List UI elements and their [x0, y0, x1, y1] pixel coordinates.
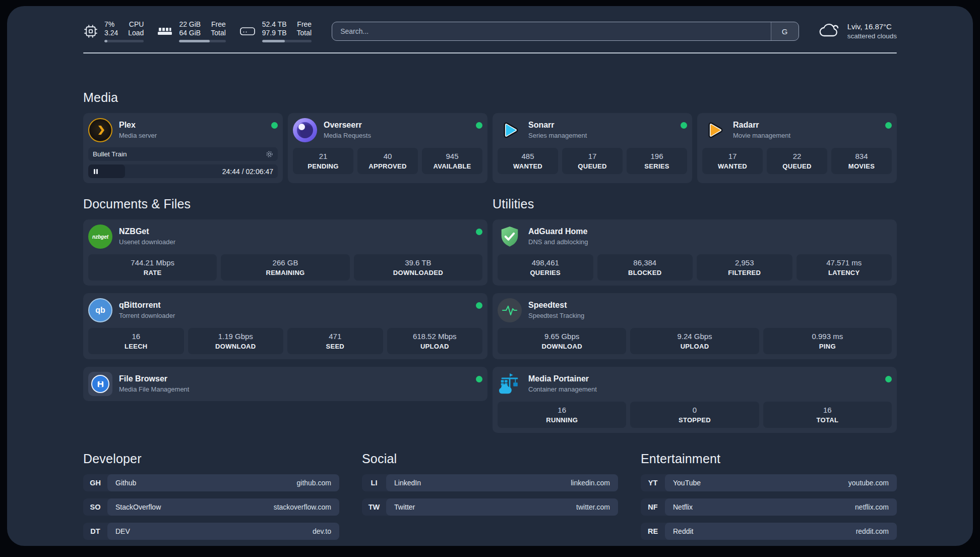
link-twitter[interactable]: TW Twittertwitter.com — [362, 498, 618, 516]
storage-progress-bar — [262, 40, 312, 42]
link-tag: YT — [641, 474, 665, 491]
stat-upload: 9.24 GbpsUPLOAD — [630, 328, 759, 354]
stat-stopped: 0STOPPED — [630, 402, 759, 428]
weather-location: Lviv, 16.87°C — [847, 22, 897, 32]
link-linkedin[interactable]: LI LinkedInlinkedin.com — [362, 474, 618, 491]
now-playing-row: Bullet Train — [88, 147, 278, 161]
nzbget-icon: nzbget — [88, 225, 112, 249]
link-youtube[interactable]: YT YouTubeyoutube.com — [641, 474, 897, 491]
link-reddit[interactable]: RE Redditreddit.com — [641, 523, 897, 540]
cpu-usage-label: CPU — [128, 20, 144, 29]
link-url: reddit.com — [856, 527, 889, 535]
sonarr-card[interactable]: Sonarr Series management 485WANTED 17QUE… — [493, 113, 692, 183]
link-name: Github — [115, 479, 136, 487]
search-bar: G — [332, 22, 799, 41]
status-dot — [885, 376, 892, 382]
adguard-card[interactable]: AdGuard Home DNS and adblocking 498,461Q… — [493, 219, 897, 286]
ram-icon — [157, 25, 173, 37]
portainer-card[interactable]: Media Portainer Container management 16R… — [493, 367, 897, 433]
stat-download: 9.65 GbpsDOWNLOAD — [498, 328, 626, 354]
now-playing-icon[interactable] — [266, 150, 273, 158]
app-desc: Usenet downloader — [119, 238, 175, 246]
app-desc: Media Requests — [324, 131, 371, 140]
stat-queued: 22QUEUED — [767, 148, 827, 174]
stat-series: 196SERIES — [627, 148, 687, 174]
cpu-load-value: 3.24 — [104, 29, 118, 37]
link-tag: NF — [641, 498, 665, 516]
memory-progress-bar — [179, 40, 225, 42]
link-stackoverflow[interactable]: SO StackOverflowstackoverflow.com — [83, 498, 339, 516]
section-title-social: Social — [362, 451, 618, 466]
memory-stat: 22 GiB Free 64 GiB Total — [157, 20, 225, 42]
speedtest-card[interactable]: Speedtest Speedtest Tracking 9.65 GbpsDO… — [493, 293, 897, 359]
stat-approved: 40APPROVED — [357, 148, 418, 174]
app-desc: Media File Management — [119, 385, 189, 394]
system-stats: 7% CPU 3.24 Load 22 GiB Fre — [83, 20, 312, 42]
stat-pending: 21PENDING — [293, 148, 353, 174]
link-url: stackoverflow.com — [274, 503, 331, 511]
filebrowser-card[interactable]: File Browser Media File Management — [83, 367, 487, 401]
plex-card[interactable]: Plex Media server Bullet Train 24:44 — [83, 113, 283, 183]
stat-queries: 498,461QUERIES — [498, 254, 593, 281]
link-url: twitter.com — [576, 503, 610, 511]
storage-total-label: Total — [297, 29, 312, 37]
link-name: StackOverflow — [115, 503, 161, 511]
playback-time: 24:44 / 02:06:47 — [222, 168, 273, 176]
filebrowser-icon — [88, 372, 112, 396]
stat-leech: 16LEECH — [88, 328, 184, 354]
cpu-load-label: Load — [128, 29, 144, 37]
link-tag: GH — [83, 474, 107, 491]
cpu-progress-bar — [104, 40, 144, 42]
now-playing-title: Bullet Train — [93, 150, 127, 158]
link-tag: RE — [641, 523, 665, 540]
playback-progress: 24:44 / 02:06:47 — [88, 164, 278, 178]
speedtest-icon — [498, 298, 522, 322]
stat-wanted: 485WANTED — [498, 148, 558, 174]
pause-icon — [93, 169, 99, 175]
sonarr-icon — [498, 118, 522, 142]
app-desc: Container management — [528, 385, 597, 394]
app-name: Media Portainer — [528, 374, 597, 384]
stat-download: 1.19 GbpsDOWNLOAD — [188, 328, 284, 354]
stat-available: 945AVAILABLE — [422, 148, 482, 174]
qbittorrent-card[interactable]: qb qBittorrent Torrent downloader 16LEEC… — [83, 293, 487, 359]
link-tag: TW — [362, 498, 386, 516]
app-name: Plex — [119, 120, 157, 130]
storage-total-value: 97.9 TB — [262, 29, 287, 37]
link-name: Reddit — [673, 527, 693, 535]
nzbget-card[interactable]: nzbget NZBGet Usenet downloader 744.21 M… — [83, 219, 487, 286]
link-url: linkedin.com — [571, 479, 610, 487]
cpu-stat: 7% CPU 3.24 Load — [83, 20, 144, 42]
stat-filtered: 2,953FILTERED — [697, 254, 792, 281]
search-input[interactable] — [332, 22, 771, 40]
overseerr-card[interactable]: Overseerr Media Requests 21PENDING 40APP… — [288, 113, 487, 183]
storage-stat: 52.4 TB Free 97.9 TB Total — [239, 20, 312, 42]
memory-total-value: 64 GiB — [179, 29, 201, 37]
link-tag: DT — [83, 523, 107, 540]
stat-running: 16RUNNING — [498, 402, 626, 428]
app-name: Radarr — [733, 120, 790, 130]
link-name: Twitter — [394, 503, 415, 511]
app-desc: Media server — [119, 131, 157, 140]
stat-wanted: 17WANTED — [702, 148, 763, 174]
link-name: DEV — [115, 527, 130, 535]
status-dot — [476, 302, 482, 309]
plex-icon — [88, 118, 112, 142]
search-engine-button[interactable]: G — [771, 22, 799, 40]
link-dev[interactable]: DT DEVdev.to — [83, 523, 339, 540]
link-netflix[interactable]: NF Netflixnetflix.com — [641, 498, 897, 516]
app-desc: Series management — [528, 131, 587, 140]
top-bar: 7% CPU 3.24 Load 22 GiB Fre — [83, 17, 897, 45]
link-github[interactable]: GH Githubgithub.com — [83, 474, 339, 491]
radarr-card[interactable]: Radarr Movie management 17WANTED 22QUEUE… — [697, 113, 897, 183]
storage-free-label: Free — [297, 20, 312, 29]
weather-condition: scattered clouds — [847, 32, 897, 41]
status-dot — [476, 376, 482, 382]
adguard-icon — [498, 225, 522, 249]
link-url: youtube.com — [848, 479, 889, 487]
header-divider — [83, 52, 897, 53]
link-tag: SO — [83, 498, 107, 516]
status-dot — [476, 229, 482, 235]
stat-remaining: 266 GBREMAINING — [221, 254, 349, 281]
app-name: AdGuard Home — [528, 227, 588, 237]
